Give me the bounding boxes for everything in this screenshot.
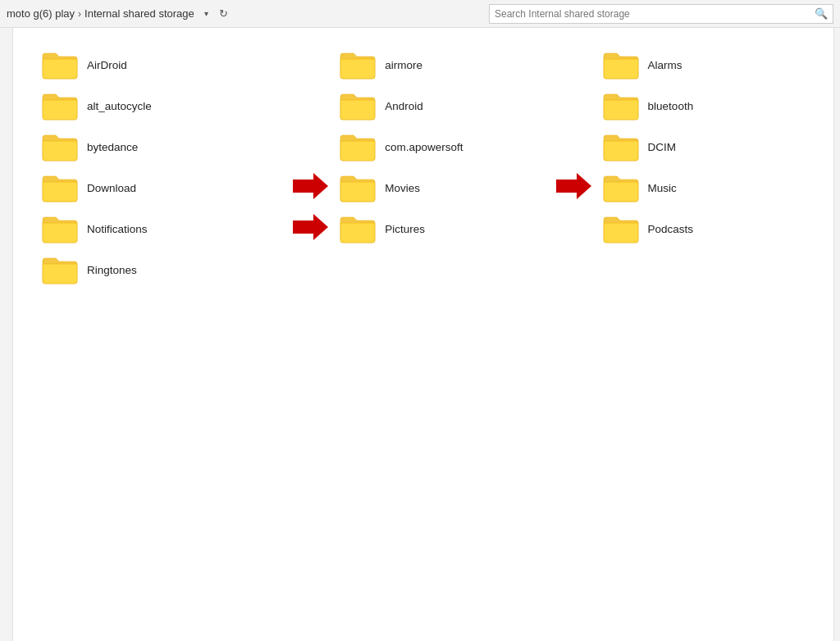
folder-item-alarms[interactable]: Alarms	[602, 49, 806, 80]
folder-icon-svg	[41, 172, 79, 203]
scrollbar-track[interactable]	[833, 28, 840, 641]
folder-cell[interactable]: airmore	[336, 44, 546, 85]
folder-icon-svg	[602, 213, 640, 244]
folder-icon-svg	[41, 254, 79, 285]
folder-name-label: alt_autocycle	[87, 100, 152, 112]
folder-item-airmore[interactable]: airmore	[339, 49, 542, 80]
red-arrow-svg	[552, 171, 593, 201]
main-content: AirDroid airmore Alarms alt_autocycle An…	[13, 28, 833, 641]
arrow-cell	[283, 208, 336, 249]
breadcrumb: moto g(6) play › Internal shared storage…	[7, 6, 484, 21]
folder-cell[interactable]: Ringtones	[38, 249, 283, 290]
folder-cell[interactable]: AirDroid	[38, 44, 283, 85]
title-bar: moto g(6) play › Internal shared storage…	[0, 0, 840, 28]
folder-item-bluetooth[interactable]: bluetooth	[602, 90, 806, 121]
folder-name-label: Ringtones	[87, 264, 137, 276]
folder-cell[interactable]: Download	[38, 167, 283, 208]
folder-cell[interactable]: DCIM	[599, 126, 809, 167]
folder-item-airdroid[interactable]: AirDroid	[41, 49, 280, 80]
folder-icon-svg	[41, 131, 79, 162]
search-bar: 🔍	[489, 4, 833, 24]
arrow-cell	[546, 249, 599, 290]
folder-item-android[interactable]: Android	[339, 90, 542, 121]
folder-item-pictures[interactable]: Pictures	[339, 213, 542, 244]
folder-item-download[interactable]: Download	[41, 172, 280, 203]
breadcrumb-location[interactable]: Internal shared storage	[84, 7, 194, 20]
arrow-cell	[546, 126, 599, 167]
folder-cell[interactable]: bluetooth	[599, 85, 809, 126]
folder-item-altautocycle[interactable]: alt_autocycle	[41, 90, 280, 121]
folder-icon-svg	[41, 90, 79, 121]
folder-row: AirDroid airmore Alarms	[38, 44, 809, 85]
folder-name-label: AirDroid	[87, 59, 127, 71]
folder-name-label: bytedance	[87, 141, 138, 153]
folder-cell[interactable]: com.apowersoft	[336, 126, 546, 167]
breadcrumb-dropdown[interactable]: ▾ ↻	[201, 6, 233, 21]
sidebar-strip	[0, 28, 13, 641]
folder-icon-svg	[339, 131, 377, 162]
folder-name-label: com.apowersoft	[385, 141, 463, 153]
breadcrumb-device[interactable]: moto g(6) play	[7, 7, 75, 20]
folder-icon-svg	[339, 172, 377, 203]
breadcrumb-sep: ›	[78, 8, 81, 20]
folder-name-label: bluetooth	[648, 100, 694, 112]
folder-item-music[interactable]: Music	[602, 172, 806, 203]
folder-item-bytedance[interactable]: bytedance	[41, 131, 280, 162]
folder-row: bytedance com.apowersoft DCIM	[38, 126, 809, 167]
svg-marker-0	[293, 173, 328, 199]
folder-cell[interactable]: Alarms	[599, 44, 809, 85]
folder-row: Ringtones	[38, 249, 809, 290]
red-arrow-svg	[289, 171, 330, 201]
folder-item-notifications[interactable]: Notifications	[41, 213, 280, 244]
folder-icon-svg	[602, 131, 640, 162]
folder-grid: AirDroid airmore Alarms alt_autocycle An…	[38, 44, 809, 290]
folder-icon-svg	[41, 213, 79, 244]
svg-marker-1	[556, 173, 591, 199]
folder-item-ringtones[interactable]: Ringtones	[41, 254, 280, 285]
folder-name-label: Download	[87, 182, 136, 194]
folder-cell	[336, 249, 546, 290]
folder-cell[interactable]: alt_autocycle	[38, 85, 283, 126]
folder-item-comapowersoft[interactable]: com.apowersoft	[339, 131, 542, 162]
dropdown-button[interactable]: ▾	[201, 7, 212, 20]
arrow-cell	[283, 167, 336, 208]
search-icon[interactable]: 🔍	[815, 7, 828, 20]
folder-name-label: Podcasts	[648, 223, 694, 235]
folder-cell[interactable]: Notifications	[38, 208, 283, 249]
folder-row: alt_autocycle Android bluetooth	[38, 85, 809, 126]
refresh-button[interactable]: ↻	[214, 6, 233, 21]
folder-icon-svg	[41, 49, 79, 80]
folder-item-podcasts[interactable]: Podcasts	[602, 213, 806, 244]
folder-cell	[599, 249, 809, 290]
folder-icon-svg	[602, 172, 640, 203]
arrow-cell	[546, 85, 599, 126]
arrow-cell	[283, 44, 336, 85]
folder-icon-svg	[602, 90, 640, 121]
folder-cell[interactable]: bytedance	[38, 126, 283, 167]
folder-name-label: Alarms	[648, 59, 682, 71]
folder-cell[interactable]: Android	[336, 85, 546, 126]
folder-name-label: DCIM	[648, 141, 677, 153]
search-input[interactable]	[495, 8, 815, 20]
arrow-cell	[546, 208, 599, 249]
folder-item-movies[interactable]: Movies	[339, 172, 542, 203]
arrow-cell	[546, 167, 599, 208]
folder-item-dcim[interactable]: DCIM	[602, 131, 806, 162]
folder-row: Notifications Pictures Podcasts	[38, 208, 809, 249]
folder-icon-svg	[339, 90, 377, 121]
arrow-cell	[283, 249, 336, 290]
folder-cell[interactable]: Pictures	[336, 208, 546, 249]
arrow-cell	[283, 126, 336, 167]
svg-marker-2	[293, 214, 328, 240]
folder-name-label: Notifications	[87, 223, 148, 235]
folder-name-label: Pictures	[385, 223, 425, 235]
folder-cell[interactable]: Podcasts	[599, 208, 809, 249]
folder-name-label: Android	[385, 100, 423, 112]
arrow-cell	[283, 85, 336, 126]
folder-name-label: airmore	[385, 59, 422, 71]
folder-cell[interactable]: Movies	[336, 167, 546, 208]
folder-icon-svg	[602, 49, 640, 80]
folder-icon-svg	[339, 213, 377, 244]
folder-cell[interactable]: Music	[599, 167, 809, 208]
folder-name-label: Music	[648, 182, 677, 194]
